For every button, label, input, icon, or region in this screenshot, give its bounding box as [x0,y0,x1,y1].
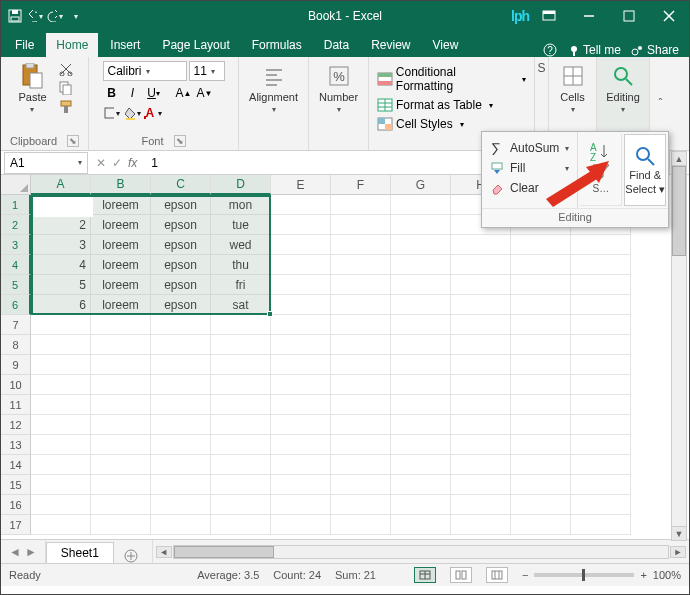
cell-B10[interactable] [91,375,151,395]
cell-I9[interactable] [511,355,571,375]
cell-I5[interactable] [511,275,571,295]
col-header-C[interactable]: C [151,175,211,195]
cell-J14[interactable] [571,455,631,475]
cell-I14[interactable] [511,455,571,475]
cell-I17[interactable] [511,515,571,535]
cell-G13[interactable] [391,435,451,455]
col-header-E[interactable]: E [271,175,331,195]
paste-button[interactable]: Paste▾ [14,61,50,116]
row-header-10[interactable]: 10 [1,375,31,395]
row-header-8[interactable]: 8 [1,335,31,355]
row-header-14[interactable]: 14 [1,455,31,475]
cell-D15[interactable] [211,475,271,495]
scroll-up-icon[interactable]: ▲ [672,152,686,166]
col-header-F[interactable]: F [331,175,391,195]
cell-I10[interactable] [511,375,571,395]
cell-A16[interactable] [31,495,91,515]
row-header-11[interactable]: 11 [1,395,31,415]
cell-E7[interactable] [271,315,331,335]
cell-D9[interactable] [211,355,271,375]
cell-A11[interactable] [31,395,91,415]
row-header-16[interactable]: 16 [1,495,31,515]
cell-F15[interactable] [331,475,391,495]
cell-B7[interactable] [91,315,151,335]
cell-B15[interactable] [91,475,151,495]
cell-J3[interactable] [571,235,631,255]
cell-A15[interactable] [31,475,91,495]
cell-B12[interactable] [91,415,151,435]
cell-A7[interactable] [31,315,91,335]
cell-H10[interactable] [451,375,511,395]
cell-F2[interactable] [331,215,391,235]
cell-C5[interactable]: epson [151,275,211,295]
tell-me[interactable]: Tell me [567,43,621,57]
cell-D1[interactable]: mon [211,195,271,215]
tab-review[interactable]: Review [361,33,420,57]
cell-C11[interactable] [151,395,211,415]
cell-B16[interactable] [91,495,151,515]
cell-J11[interactable] [571,395,631,415]
border-button[interactable] [103,105,121,121]
cell-A5[interactable]: 5 [31,275,91,295]
cut-icon[interactable] [57,61,75,77]
cell-H11[interactable] [451,395,511,415]
cell-C10[interactable] [151,375,211,395]
cell-C14[interactable] [151,455,211,475]
cell-J13[interactable] [571,435,631,455]
cell-A13[interactable] [31,435,91,455]
row-header-13[interactable]: 13 [1,435,31,455]
cell-H6[interactable] [451,295,511,315]
cell-G8[interactable] [391,335,451,355]
cell-B4[interactable]: loreem [91,255,151,275]
cell-D10[interactable] [211,375,271,395]
cell-G10[interactable] [391,375,451,395]
ribbon-display-button[interactable] [529,1,569,31]
cell-B14[interactable] [91,455,151,475]
cell-A1[interactable]: 1 [31,195,91,215]
cell-D7[interactable] [211,315,271,335]
alignment-button[interactable]: Alignment▾ [245,61,302,116]
cell-C4[interactable]: epson [151,255,211,275]
undo-icon[interactable] [27,8,43,24]
cell-J9[interactable] [571,355,631,375]
cell-E8[interactable] [271,335,331,355]
scroll-down-icon[interactable]: ▼ [672,526,686,540]
name-box[interactable]: A1▾ [4,152,88,174]
cell-D13[interactable] [211,435,271,455]
fill-color-button[interactable] [124,105,142,121]
row-header-6[interactable]: 6 [1,295,31,315]
cell-J4[interactable] [571,255,631,275]
tab-formulas[interactable]: Formulas [242,33,312,57]
cell-E4[interactable] [271,255,331,275]
cell-G9[interactable] [391,355,451,375]
cell-F13[interactable] [331,435,391,455]
tab-insert[interactable]: Insert [100,33,150,57]
enter-formula-icon[interactable]: ✓ [112,156,122,170]
cell-C12[interactable] [151,415,211,435]
cell-C9[interactable] [151,355,211,375]
cell-H7[interactable] [451,315,511,335]
zoom-level[interactable]: 100% [653,569,681,581]
help-button[interactable]: ? [543,43,557,57]
page-layout-view-button[interactable] [450,567,472,583]
cell-G17[interactable] [391,515,451,535]
cell-E5[interactable] [271,275,331,295]
row-header-12[interactable]: 12 [1,415,31,435]
cell-D5[interactable]: fri [211,275,271,295]
cell-D2[interactable]: tue [211,215,271,235]
cell-H8[interactable] [451,335,511,355]
cell-E14[interactable] [271,455,331,475]
horizontal-scrollbar[interactable]: ◄ ► [173,545,669,559]
maximize-button[interactable] [609,1,649,31]
row-header-15[interactable]: 15 [1,475,31,495]
cell-H16[interactable] [451,495,511,515]
cell-H3[interactable] [451,235,511,255]
row-header-17[interactable]: 17 [1,515,31,535]
cell-J17[interactable] [571,515,631,535]
cell-A8[interactable] [31,335,91,355]
cell-E1[interactable] [271,195,331,215]
cell-I12[interactable] [511,415,571,435]
cell-G1[interactable] [391,195,451,215]
cancel-formula-icon[interactable]: ✕ [96,156,106,170]
cell-B5[interactable]: loreem [91,275,151,295]
